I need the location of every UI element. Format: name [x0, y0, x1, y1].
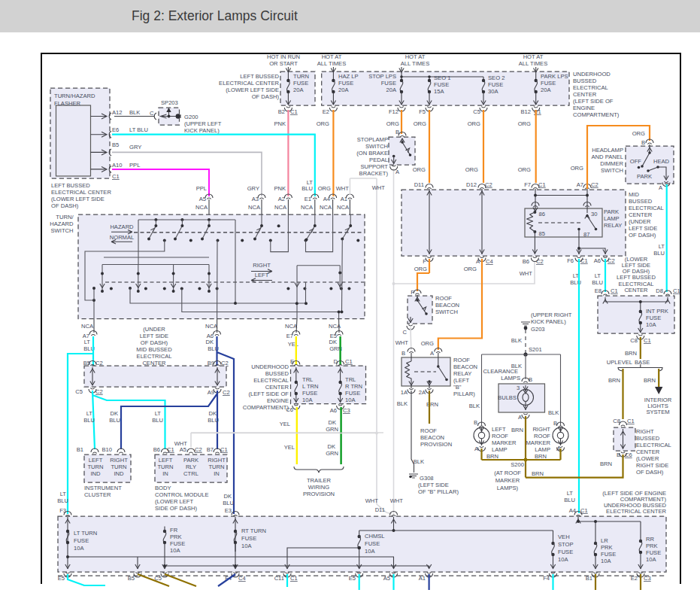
svg-text:FUSE: FUSE	[541, 80, 556, 87]
svg-text:2A: 2A	[419, 389, 426, 396]
svg-text:ENGINE: ENGINE	[573, 105, 595, 111]
svg-text:ORG: ORG	[317, 120, 329, 127]
svg-text:HOT AT: HOT AT	[405, 53, 426, 60]
svg-text:WIRING: WIRING	[308, 484, 329, 491]
svg-text:SEO 1: SEO 1	[434, 74, 450, 81]
svg-text:GRY: GRY	[247, 185, 259, 192]
svg-text:D11: D11	[375, 506, 385, 513]
svg-text:ELECTRICAL CENTER: ELECTRICAL CENTER	[606, 508, 666, 515]
svg-text:NORMAL: NORMAL	[110, 234, 135, 241]
svg-text:BLU: BLU	[83, 417, 95, 424]
svg-text:STOPLAMP: STOPLAMP	[357, 136, 388, 143]
svg-text:FUSE: FUSE	[601, 551, 616, 558]
svg-text:BRN: BRN	[625, 350, 637, 357]
svg-text:ORG: ORG	[318, 185, 331, 192]
svg-text:ALL TIMES: ALL TIMES	[317, 60, 346, 67]
svg-text:HOT AT: HOT AT	[322, 53, 342, 60]
svg-text:BLK: BLK	[511, 337, 522, 344]
svg-text:OF DASH): OF DASH)	[141, 339, 168, 346]
svg-text:D: D	[334, 358, 338, 365]
svg-text:ORG: ORG	[464, 266, 477, 272]
svg-text:LT TURN: LT TURN	[74, 530, 97, 537]
svg-text:(ON BRAKE: (ON BRAKE	[356, 150, 388, 157]
svg-text:WHT: WHT	[390, 497, 404, 504]
svg-text:C1: C1	[611, 287, 618, 294]
svg-text:C1: C1	[290, 108, 298, 115]
svg-text:ORG: ORG	[386, 120, 399, 127]
svg-text:BLU: BLU	[564, 497, 575, 503]
svg-text:CENTER: CENTER	[265, 384, 289, 391]
svg-text:BRN: BRN	[511, 427, 523, 433]
svg-text:(LOWER LEFT SIDE: (LOWER LEFT SIDE	[226, 87, 279, 93]
svg-text:UNDERHOOD: UNDERHOOD	[251, 363, 289, 370]
svg-text:F7: F7	[524, 181, 531, 188]
svg-text:LT: LT	[60, 491, 67, 497]
svg-text:E5: E5	[349, 575, 356, 582]
svg-text:86: 86	[539, 211, 545, 217]
svg-text:LEFT: LEFT	[159, 457, 173, 464]
svg-text:C6: C6	[625, 451, 632, 458]
svg-text:F5: F5	[419, 108, 426, 115]
svg-text:NCA: NCA	[248, 204, 261, 211]
svg-text:TURN: TURN	[87, 464, 103, 470]
svg-text:CENTER: CENTER	[636, 448, 660, 455]
svg-text:RIGHT: RIGHT	[253, 262, 271, 269]
svg-text:TURN: TURN	[208, 464, 224, 470]
svg-text:NCA: NCA	[274, 204, 287, 211]
svg-text:LEFT BUSSED: LEFT BUSSED	[240, 73, 279, 80]
svg-text:BODY: BODY	[155, 485, 171, 491]
svg-text:SWITCH: SWITCH	[601, 167, 623, 174]
svg-text:DK: DK	[329, 339, 337, 345]
svg-text:C11: C11	[274, 575, 284, 582]
svg-text:TRL: TRL	[345, 376, 356, 383]
svg-text:LT: LT	[84, 339, 91, 345]
svg-text:BEACON: BEACON	[420, 434, 444, 441]
svg-text:IN: IN	[162, 470, 168, 477]
svg-text:STOP: STOP	[558, 541, 574, 548]
svg-text:UPLEVEL: UPLEVEL	[607, 359, 632, 366]
svg-text:1A: 1A	[401, 389, 408, 396]
svg-text:BLU: BLU	[57, 497, 68, 504]
svg-text:20A: 20A	[293, 87, 304, 93]
svg-text:30: 30	[591, 211, 597, 217]
svg-text:F6: F6	[567, 257, 574, 264]
svg-text:ORG: ORG	[414, 120, 426, 127]
svg-text:C3: C3	[343, 407, 350, 414]
svg-text:DK: DK	[205, 339, 214, 345]
svg-text:10A: 10A	[601, 558, 611, 564]
svg-text:BEACON: BEACON	[435, 302, 459, 309]
svg-text:LEFT: LEFT	[255, 272, 269, 278]
svg-text:ROOF: ROOF	[492, 433, 508, 439]
svg-text:A10: A10	[112, 162, 123, 169]
svg-text:HOT AT: HOT AT	[523, 53, 544, 60]
svg-text:C2: C2	[223, 389, 230, 396]
svg-text:LAMPS): LAMPS)	[497, 485, 519, 491]
svg-text:B12: B12	[520, 108, 531, 115]
svg-text:C6: C6	[286, 406, 293, 413]
svg-text:ELECTRICAL: ELECTRICAL	[253, 377, 289, 384]
svg-text:SP203: SP203	[161, 99, 178, 106]
svg-text:BEACON: BEACON	[453, 363, 477, 370]
svg-text:KICK PANEL): KICK PANEL)	[531, 318, 566, 325]
svg-text:E8: E8	[595, 287, 602, 294]
svg-text:A: A	[395, 169, 400, 175]
svg-text:LT: LT	[86, 410, 93, 417]
svg-text:GRN: GRN	[326, 450, 338, 457]
svg-text:LAMP: LAMP	[535, 446, 550, 453]
svg-text:C8: C8	[630, 337, 638, 344]
svg-text:FUSE: FUSE	[345, 390, 360, 397]
svg-text:YEL: YEL	[280, 421, 290, 427]
svg-text:(LEFT SIDE: (LEFT SIDE	[418, 482, 449, 488]
svg-text:20A: 20A	[541, 87, 551, 93]
svg-text:SEO 2: SEO 2	[488, 74, 505, 81]
svg-text:LT: LT	[567, 490, 574, 497]
svg-text:B1: B1	[586, 575, 592, 582]
svg-text:(LOWER: (LOWER	[636, 455, 659, 462]
svg-text:CLUSTER: CLUSTER	[84, 491, 111, 498]
svg-text:SWITCH: SWITCH	[365, 143, 388, 150]
svg-text:C3: C3	[644, 575, 651, 582]
svg-text:FUSE: FUSE	[170, 540, 185, 547]
svg-text:E3: E3	[225, 507, 232, 514]
svg-text:HOT IN RUN: HOT IN RUN	[267, 53, 300, 60]
svg-text:FLASHER: FLASHER	[54, 100, 81, 107]
